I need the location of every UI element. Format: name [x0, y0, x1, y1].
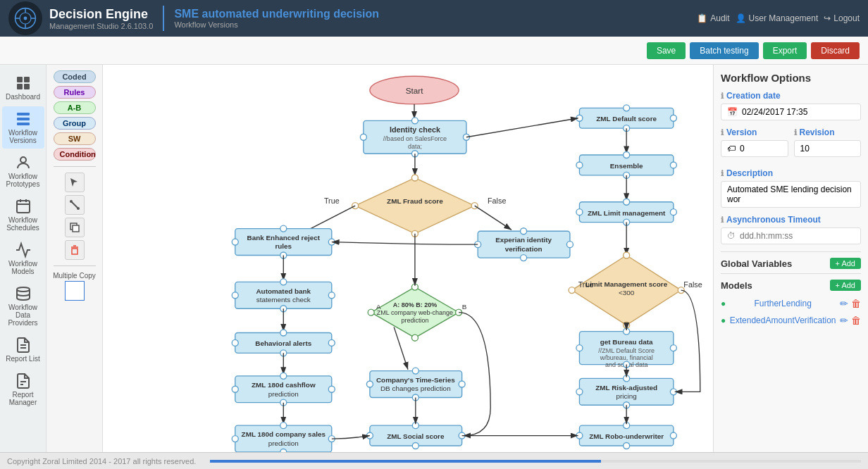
palette-ab[interactable]: A-B	[54, 101, 96, 114]
async-timeout-input[interactable]: ⏱	[721, 227, 861, 244]
svg-point-59	[280, 225, 287, 232]
sidebar-label-report-manager: Report Manager	[5, 391, 42, 406]
app-version: Management Studio 2.6.103.0	[49, 22, 153, 30]
user-management-button[interactable]: 👤 User Management	[736, 13, 819, 23]
sidebar-label-report-list: Report List	[6, 355, 39, 363]
add-model-button[interactable]: + Add	[830, 280, 861, 291]
version-section: ℹ Version 🏷 0	[721, 127, 788, 163]
sidebar-item-workflow-schedules[interactable]: Workflow Schedules	[2, 194, 44, 236]
svg-point-98	[280, 423, 287, 429]
svg-text://ZML Default Score: //ZML Default Score	[598, 347, 655, 354]
svg-rect-10	[24, 84, 30, 89]
palette-multiple-copy[interactable]: Multiple Copy	[53, 272, 96, 301]
sidebar-item-report-list[interactable]: Report List	[2, 332, 44, 367]
page-subtitle: Workflow Versions	[174, 20, 697, 29]
svg-point-129	[670, 115, 676, 121]
svg-line-24	[71, 201, 78, 208]
palette-pointer-tool[interactable]	[65, 173, 85, 192]
svg-text:Automated bank: Automated bank	[256, 287, 311, 295]
save-button[interactable]: Save	[647, 42, 686, 59]
model-delete-icon-1[interactable]: 🗑	[851, 315, 861, 326]
palette-coded[interactable]: Coded	[54, 70, 96, 83]
user-icon: 👤	[736, 13, 746, 23]
sidebar-label-workflow-schedules: Workflow Schedules	[5, 216, 42, 232]
calendar-icon: 📅	[727, 107, 738, 117]
palette-connect-tool[interactable]	[65, 195, 85, 215]
svg-rect-13	[17, 123, 30, 125]
model-name-0[interactable]: FurtherLending	[754, 299, 811, 308]
palette-delete-tool[interactable]	[65, 240, 85, 260]
add-global-variable-button[interactable]: + Add	[830, 258, 861, 269]
version-revision-row: ℹ Version 🏷 0 ℹ Revision 10	[721, 127, 861, 163]
svg-text:Identity check: Identity check	[390, 125, 441, 134]
sidebar-item-report-manager[interactable]: Report Manager	[2, 368, 44, 411]
audit-button[interactable]: 📋 Audit	[697, 13, 729, 23]
version-label: ℹ Version	[721, 127, 788, 137]
batch-testing-button[interactable]: Batch testing	[690, 42, 758, 59]
async-timeout-field[interactable]	[740, 231, 824, 241]
revision-label: ℹ Revision	[794, 127, 862, 137]
sidebar-item-workflow-prototypes[interactable]: Workflow Prototypes	[2, 150, 44, 192]
svg-point-57	[232, 239, 238, 245]
svg-point-177	[670, 432, 676, 439]
svg-line-181	[466, 118, 578, 137]
global-variables-header: Global Variables + Add	[721, 251, 861, 269]
panel-title: Workflow Options	[721, 72, 861, 84]
app-name: Decision Engine	[49, 7, 153, 22]
model-edit-icon-1[interactable]: ✏	[840, 315, 848, 326]
palette-condition[interactable]: Condition	[54, 148, 96, 161]
svg-text:B: B	[462, 303, 467, 311]
svg-point-142	[576, 209, 583, 215]
svg-point-26	[77, 207, 80, 210]
footer: Copyright Zoral Limited 2014 - 2017 all …	[0, 452, 868, 469]
model-actions-1: ✏ 🗑	[840, 315, 861, 326]
revision-info-icon: ℹ	[794, 128, 797, 137]
svg-text:Company's Time-Series: Company's Time-Series	[376, 376, 455, 384]
svg-text:verification: verification	[505, 245, 542, 253]
model-name-1[interactable]: ExtendedAmountVerification	[730, 315, 836, 325]
svg-point-150	[624, 252, 630, 258]
model-edit-icon-0[interactable]: ✏	[840, 298, 848, 309]
footer-progress-bar	[210, 460, 861, 463]
sidebar-item-workflow-models[interactable]: Workflow Models	[2, 237, 44, 280]
svg-point-107	[368, 309, 374, 315]
svg-point-136	[670, 162, 676, 168]
export-button[interactable]: Export	[763, 42, 807, 59]
model-item-1: ● ExtendedAmountVerification ✏ 🗑	[721, 312, 861, 329]
discard-button[interactable]: Discard	[811, 42, 860, 59]
description-section: ℹ Description Automated SME lending deci…	[721, 168, 861, 208]
svg-point-74	[328, 292, 335, 299]
sidebar-item-workflow-versions[interactable]: Workflow Versions	[2, 106, 44, 149]
models-header: Models + Add	[721, 273, 861, 291]
sidebar-item-workflow-data-providers[interactable]: Workflow Data Providers	[2, 281, 44, 331]
svg-point-80	[232, 339, 238, 346]
svg-point-124	[412, 442, 418, 449]
svg-point-137	[624, 152, 630, 158]
svg-text:w/bureau, financial: w/bureau, financial	[600, 354, 653, 361]
svg-text:Bank Enhanced reject: Bank Enhanced reject	[247, 234, 321, 242]
svg-text:Ensemble: Ensemble	[610, 162, 643, 170]
async-info-icon: ℹ	[721, 215, 724, 225]
svg-text:data;: data;	[408, 143, 422, 150]
workflow-canvas[interactable]: Start Identity check //based on SalesFor…	[103, 65, 713, 452]
svg-text:ZML Social score: ZML Social score	[387, 432, 445, 440]
sidebar-label-dashboard: Dashboard	[6, 93, 40, 101]
sidebar-item-dashboard[interactable]: Dashboard	[2, 70, 44, 105]
logout-button[interactable]: ↪ Logout	[824, 13, 860, 23]
palette-rules[interactable]: Rules	[54, 86, 96, 99]
palette-copy-tool[interactable]	[65, 218, 85, 237]
sidebar-label-workflow-versions: Workflow Versions	[5, 129, 42, 144]
svg-point-143	[670, 209, 676, 215]
palette-sw[interactable]: SW	[54, 132, 96, 145]
app-title-block: Decision Engine Management Studio 2.6.10…	[49, 7, 153, 30]
svg-point-40	[360, 134, 366, 140]
svg-text:<300: <300	[619, 289, 635, 296]
svg-point-73	[232, 292, 238, 299]
svg-point-68	[521, 255, 527, 261]
svg-point-82	[280, 330, 287, 336]
palette-divider	[54, 166, 96, 167]
model-delete-icon-0[interactable]: 🗑	[851, 298, 861, 309]
header-divider	[163, 6, 164, 31]
svg-text:ZML Fraud score: ZML Fraud score	[387, 197, 443, 205]
palette-group[interactable]: Group	[54, 117, 96, 130]
